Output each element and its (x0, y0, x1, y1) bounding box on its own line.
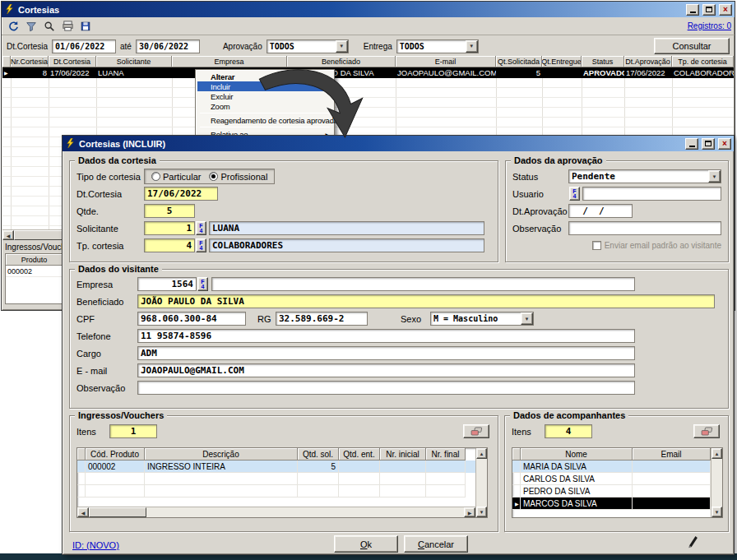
col-qt-solicitada[interactable]: Qt.Solicitada (496, 56, 542, 67)
chevron-down-icon[interactable]: ▼ (708, 170, 721, 183)
refresh-button[interactable] (5, 19, 21, 34)
scroll-right-icon[interactable]: ▶ (464, 507, 475, 517)
group-label: Dados do visitante (75, 264, 162, 274)
qtde-input[interactable]: 5 (144, 204, 195, 218)
clear-grid-button[interactable] (693, 424, 720, 438)
table-row-selected[interactable]: ▶ 8 17/06/2022 LUANA JOÃO PAULO DA SILVA… (2, 67, 734, 78)
ingressos-hscrollbar[interactable]: ◀ ▶ (77, 507, 475, 517)
produto-col-header[interactable]: Produto (6, 254, 63, 266)
telefone-input[interactable]: 11 95874-8596 (137, 329, 635, 343)
observacao-aprovacao-input[interactable] (568, 221, 721, 235)
scroll-up-icon[interactable]: ▲ (476, 448, 487, 459)
dt-cortesia-input[interactable]: 17/06/2022 (144, 187, 218, 201)
table-row[interactable]: PEDRO DA SILVA (512, 485, 711, 498)
usuario-input[interactable] (582, 187, 721, 201)
solicitante-code-input[interactable]: 1 (144, 221, 195, 235)
radio-particular[interactable]: Particular (151, 172, 201, 182)
col-dt-aprovacao[interactable]: Dt.Aprovação (624, 56, 672, 67)
table-row[interactable] (77, 473, 475, 485)
col-nr-final[interactable]: Nr. final (426, 448, 466, 460)
dt-aprovacao-input[interactable]: / / (568, 204, 633, 218)
cancel-button[interactable]: Cancelar (404, 535, 468, 553)
enviar-email-checkbox[interactable] (592, 241, 601, 250)
col-qtd-ent[interactable]: Qtd. ent. (339, 448, 380, 460)
col-solicitante[interactable]: Solicitante (96, 56, 172, 67)
col-status[interactable]: Status (582, 56, 624, 67)
col-empresa[interactable]: Empresa (172, 56, 287, 67)
col-nome[interactable]: Nome (521, 448, 633, 460)
chevron-down-icon[interactable]: ▼ (466, 40, 478, 53)
filter-button[interactable] (23, 19, 39, 34)
menu-item-zoom[interactable]: Zoom (197, 101, 332, 111)
dialog-titlebar[interactable]: Cortesias (INCLUIR) × (63, 136, 734, 151)
lookup-f4-button[interactable]: F4 (197, 277, 208, 291)
col-dt-cortesia[interactable]: Dt.Cortesia (49, 56, 96, 67)
enviar-email-checkbox-label: Enviar email padrão ao visitante (605, 241, 721, 250)
col-nr-cortesia[interactable]: Nr.Cortesia (11, 56, 49, 67)
col-cod-produto[interactable]: Cód. Produto (86, 448, 145, 460)
table-row-selected[interactable]: ▶ MARCOS DA SILVA (512, 498, 711, 510)
id-novo-link[interactable]: ID: (NOVO) (72, 540, 119, 550)
radio-icon (151, 172, 160, 181)
cpf-input[interactable]: 968.060.300-84 (137, 312, 246, 326)
col-qt-entregue[interactable]: Qt.Entregue (542, 56, 582, 67)
table-row[interactable]: 000002 INGRESSO INTEIRA 5 (77, 460, 475, 473)
aprovacao-select[interactable]: TODOS ▼ (267, 39, 349, 53)
table-row[interactable]: CARLOS DA SILVA (512, 473, 711, 485)
date-to-input[interactable]: 30/06/2022 (136, 39, 200, 53)
beneficiado-input[interactable]: JOÃO PAULO DA SILVA (137, 294, 715, 308)
date-from-input[interactable]: 01/06/2022 (52, 39, 116, 53)
menu-item-incluir[interactable]: Incluir (197, 81, 332, 91)
col-beneficiado[interactable]: Beneficiado (287, 56, 396, 67)
minimize-button[interactable] (685, 138, 698, 150)
col-descricao[interactable]: Descrição (145, 448, 298, 460)
scroll-down-icon[interactable]: ▼ (476, 507, 487, 517)
col-tp-cortesia[interactable]: Tp. de cortesia (672, 56, 734, 67)
rg-input[interactable]: 32.589.669-2 (276, 312, 368, 326)
registros-link[interactable]: Registros: 0 (688, 21, 731, 30)
search-button[interactable] (41, 19, 58, 34)
chevron-down-icon[interactable]: ▼ (336, 40, 348, 53)
email-input[interactable]: JOAOPAULO@GMAIL.COM (137, 363, 635, 377)
scroll-left-icon[interactable]: ◀ (2, 230, 14, 240)
table-row[interactable] (77, 485, 475, 498)
main-titlebar[interactable]: Cortesias × (2, 2, 735, 17)
col-nr-inicial[interactable]: Nr. inicial (380, 448, 426, 460)
maximize-button[interactable] (702, 4, 716, 16)
status-select[interactable]: Pendente ▼ (568, 169, 721, 183)
col-email[interactable]: Email (633, 448, 711, 460)
lookup-f4-button[interactable]: F4 (196, 221, 206, 235)
observacao-visitante-input[interactable] (137, 381, 635, 395)
close-button[interactable]: × (719, 4, 732, 16)
col-qtd-sol[interactable]: Qtd. sol. (298, 448, 339, 460)
clear-grid-button[interactable] (463, 424, 489, 438)
scrollbar-thumb[interactable] (89, 507, 146, 517)
scroll-up-icon[interactable]: ▲ (712, 448, 722, 459)
scroll-down-icon[interactable]: ▼ (712, 507, 722, 517)
maximize-button[interactable] (702, 138, 715, 150)
save-button[interactable] (77, 19, 94, 34)
minimize-icon (690, 12, 696, 13)
empresa-code-input[interactable]: 1564 (137, 277, 197, 291)
menu-item-excluir[interactable]: Excluir (197, 91, 332, 101)
lookup-f4-button[interactable]: F4 (569, 187, 580, 201)
ok-button[interactable]: Ok (334, 535, 398, 553)
ingressos-vscrollbar[interactable]: ▲ ▼ (475, 448, 487, 517)
col-email[interactable]: E-mail (396, 56, 496, 67)
menu-item-alterar[interactable]: Alterar (197, 72, 332, 81)
menu-item-reagendamento[interactable]: Reagendamento de cortesia aprovada (197, 115, 332, 125)
consultar-button[interactable]: Consultar (654, 38, 730, 54)
sexo-select[interactable]: M = Masculino ▼ (430, 312, 534, 326)
close-button[interactable]: × (718, 138, 731, 150)
cargo-input[interactable]: ADM (137, 346, 635, 360)
table-row[interactable]: MARIA DA SILVA (512, 460, 711, 473)
radio-profissional[interactable]: Profissional (209, 172, 267, 182)
print-button[interactable] (59, 19, 76, 34)
lookup-f4-button[interactable]: F4 (196, 238, 206, 252)
acompanhantes-vscrollbar[interactable]: ▲ ▼ (711, 448, 722, 517)
chevron-down-icon[interactable]: ▼ (521, 312, 533, 325)
minimize-button[interactable] (686, 4, 699, 16)
scroll-left-icon[interactable]: ◀ (77, 507, 89, 517)
tp-cortesia-code-input[interactable]: 4 (144, 238, 195, 252)
entrega-select[interactable]: TODOS ▼ (396, 39, 479, 53)
